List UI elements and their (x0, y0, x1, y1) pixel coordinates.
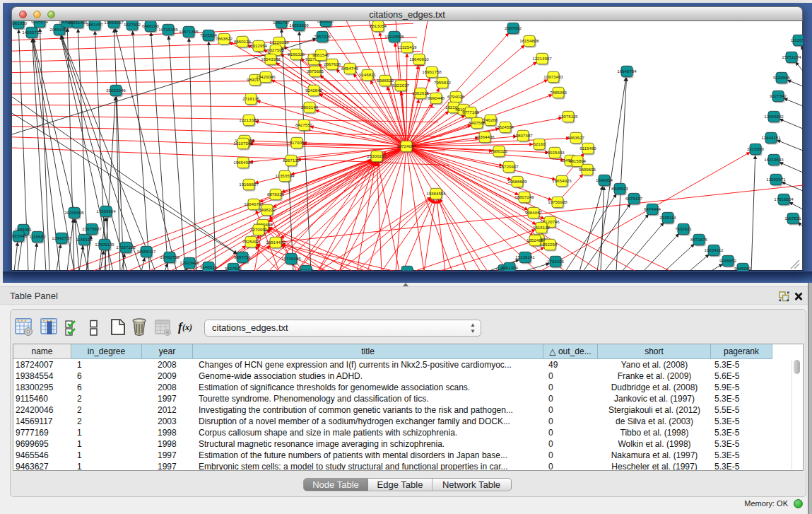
svg-text:2803144: 2803144 (301, 105, 319, 110)
svg-text:10807487: 10807487 (513, 133, 533, 138)
svg-text:15751074: 15751074 (782, 54, 801, 59)
svg-text:9245414: 9245414 (399, 269, 416, 271)
svg-text:12942757: 12942757 (52, 235, 71, 240)
svg-text:18724007: 18724007 (396, 144, 416, 148)
svg-text:8186328: 8186328 (288, 52, 305, 57)
svg-text:9474444: 9474444 (644, 206, 661, 211)
svg-text:18807249: 18807249 (514, 194, 534, 199)
svg-text:1615132: 1615132 (533, 225, 551, 230)
svg-text:9146514: 9146514 (200, 264, 218, 269)
svg-text:8906617: 8906617 (317, 21, 335, 23)
svg-text:16961758: 16961758 (422, 69, 442, 74)
svg-text:12093832: 12093832 (764, 114, 784, 119)
svg-text:2087682: 2087682 (505, 25, 522, 30)
svg-text:1733426: 1733426 (547, 259, 565, 264)
svg-text:9105574: 9105574 (31, 21, 49, 24)
svg-text:9227342: 9227342 (770, 93, 787, 98)
svg-text:16914479: 16914479 (266, 240, 286, 245)
svg-text:10107545: 10107545 (233, 141, 253, 146)
svg-text:12213383: 12213383 (239, 117, 259, 122)
svg-text:16154808: 16154808 (519, 38, 539, 43)
svg-text:6466160: 6466160 (142, 23, 160, 28)
svg-text:(x): (x) (182, 322, 192, 332)
svg-text:8912954: 8912954 (250, 43, 268, 48)
svg-text:16648784: 16648784 (617, 69, 637, 74)
svg-text:19166827: 19166827 (239, 182, 259, 187)
svg-text:1112054: 1112054 (790, 37, 803, 42)
svg-text:10046708: 10046708 (244, 201, 264, 206)
svg-text:20206505: 20206505 (64, 210, 84, 215)
svg-text:6794028: 6794028 (447, 94, 465, 99)
svg-text:917006: 917006 (290, 140, 305, 145)
svg-text:12923445: 12923445 (180, 260, 199, 265)
svg-text:12213967: 12213967 (532, 56, 552, 61)
svg-text:19218506: 19218506 (384, 34, 404, 39)
svg-text:17359924: 17359924 (96, 209, 116, 214)
svg-text:10688609: 10688609 (507, 179, 527, 184)
svg-text:9474411: 9474411 (298, 268, 314, 271)
svg-text:8813054: 8813054 (370, 23, 387, 28)
svg-text:3915941: 3915941 (12, 233, 28, 238)
svg-text:10653267: 10653267 (104, 21, 124, 25)
svg-text:8660124: 8660124 (234, 39, 252, 44)
svg-text:9242848: 9242848 (305, 88, 323, 93)
svg-text:8061304: 8061304 (501, 265, 519, 270)
svg-text:3498222: 3498222 (259, 207, 276, 212)
svg-text:10958117: 10958117 (136, 249, 156, 254)
svg-text:3270091: 3270091 (250, 227, 268, 232)
svg-text:1115682: 1115682 (29, 234, 46, 239)
svg-text:20364436: 20364436 (475, 134, 495, 139)
svg-text:252254: 252254 (543, 242, 558, 247)
svg-text:8267130: 8267130 (283, 158, 300, 163)
svg-text:11325419: 11325419 (397, 45, 417, 49)
svg-text:9327503: 9327503 (267, 47, 285, 52)
svg-text:9657731: 9657731 (234, 255, 252, 259)
svg-text:7986322: 7986322 (490, 148, 508, 153)
svg-text:9777169: 9777169 (462, 110, 480, 115)
svg-text:9815804: 9815804 (569, 158, 587, 163)
svg-text:23975887: 23975887 (82, 226, 102, 231)
svg-text:19654983: 19654983 (233, 160, 253, 165)
svg-text:9699695: 9699695 (579, 167, 596, 172)
svg-text:7515524: 7515524 (200, 33, 218, 37)
svg-text:17357225: 17357225 (116, 245, 136, 250)
svg-text:8454749: 8454749 (341, 66, 359, 71)
svg-text:8878334: 8878334 (267, 192, 285, 197)
svg-text:19384554: 19384554 (426, 191, 446, 196)
svg-text:13975115: 13975115 (558, 114, 578, 119)
svg-text:23420046: 23420046 (256, 74, 276, 79)
svg-text:15720407: 15720407 (499, 164, 519, 169)
svg-text:2867608: 2867608 (324, 62, 341, 66)
svg-text:15136141: 15136141 (515, 255, 535, 259)
svg-text:20091406: 20091406 (68, 21, 88, 25)
svg-text:6679197: 6679197 (625, 196, 643, 201)
svg-text:1145194: 1145194 (76, 237, 93, 242)
svg-text:6497568: 6497568 (469, 120, 486, 125)
svg-text:7632621: 7632621 (675, 226, 693, 231)
svg-text:11353594: 11353594 (275, 173, 295, 178)
svg-text:17016504: 17016504 (774, 197, 794, 201)
svg-text:12905135: 12905135 (95, 242, 114, 247)
svg-text:7357224: 7357224 (314, 34, 331, 39)
svg-text:10025433: 10025433 (545, 150, 565, 155)
svg-text:1091707: 1091707 (273, 21, 290, 25)
svg-text:15716485: 15716485 (281, 256, 301, 261)
svg-text:16053809: 16053809 (289, 23, 309, 28)
svg-text:8471676: 8471676 (690, 237, 708, 242)
svg-text:19654923: 19654923 (552, 178, 572, 183)
svg-text:8990448: 8990448 (428, 95, 445, 100)
svg-text:7955812: 7955812 (434, 80, 452, 85)
svg-text:10671355: 10671355 (179, 29, 199, 34)
svg-text:9084067: 9084067 (525, 210, 543, 215)
svg-text:9129966: 9129966 (773, 75, 791, 80)
svg-text:1362615: 1362615 (412, 90, 430, 95)
svg-text:16543362: 16543362 (261, 57, 281, 62)
svg-text:13692971: 13692971 (766, 177, 786, 182)
svg-text:19756928: 19756928 (548, 199, 567, 204)
svg-text:9327505: 9327505 (225, 266, 242, 271)
svg-text:2061050: 2061050 (12, 21, 28, 25)
svg-text:10719155: 10719155 (158, 27, 178, 32)
svg-text:9861457: 9861457 (86, 22, 104, 27)
svg-text:10973493: 10973493 (543, 74, 563, 79)
svg-text:9445061: 9445061 (734, 266, 752, 271)
